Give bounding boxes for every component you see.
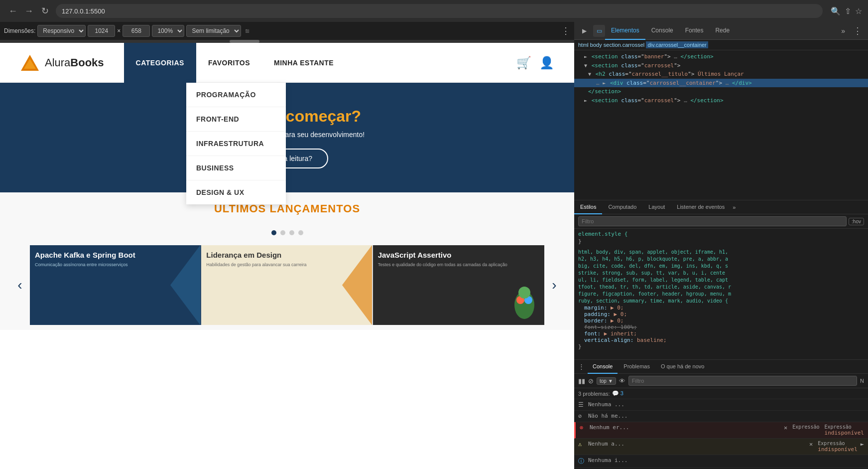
- bc-div-container[interactable]: div.carrossel__container: [646, 41, 708, 48]
- dropdown-item-frontend[interactable]: FRONT-END: [186, 107, 286, 132]
- bc-html[interactable]: html: [578, 42, 589, 48]
- bc-body[interactable]: body: [590, 42, 602, 48]
- console-text-1: Nenhuma ...: [588, 401, 864, 408]
- website-content: AluraBooks CATEGORIAS FAVORITOS MINHA ES…: [0, 43, 574, 469]
- console-tabs: ⋮ Console Problemas O que há de novo: [574, 360, 868, 374]
- top-selector[interactable]: top ▼: [597, 377, 616, 385]
- zoom-select[interactable]: 100%: [152, 25, 184, 37]
- carousel-prev[interactable]: ‹: [10, 275, 30, 295]
- responsive-toolbar: Dimensões: Responsivo × 100% Sem limitaç…: [0, 22, 574, 40]
- responsive-select[interactable]: Responsivo: [37, 25, 86, 37]
- tab-console[interactable]: Console: [645, 22, 679, 40]
- logo-icon: [20, 53, 40, 73]
- share-icon[interactable]: ⇧: [845, 6, 851, 16]
- site-nav: AluraBooks CATEGORIAS FAVORITOS MINHA ES…: [0, 43, 574, 83]
- carousel-dot-3[interactable]: [289, 230, 294, 235]
- book-card-1[interactable]: Apache Kafka e Spring Boot Comunicação a…: [30, 245, 201, 325]
- tab-elementos[interactable]: Elementos: [605, 22, 645, 40]
- dropdown-item-business[interactable]: BUSINESS: [186, 156, 286, 180]
- books-area: ‹ Apache Kafka e Spring Boot Comunicação…: [0, 240, 574, 330]
- forward-button[interactable]: →: [22, 4, 36, 18]
- styles-tab-layout[interactable]: Layout: [642, 200, 671, 214]
- height-input[interactable]: [123, 25, 150, 37]
- console-options-icon[interactable]: ⋮: [576, 363, 587, 370]
- console-row-1: ☰ Nenhuma ...: [574, 399, 868, 411]
- tab-fontes[interactable]: Fontes: [679, 22, 710, 40]
- nav-favoritos[interactable]: FAVORITOS: [196, 43, 262, 83]
- styles-filter-input[interactable]: [578, 216, 847, 226]
- style-rule-reset: html, body, div, span, applet, object, i…: [578, 249, 864, 350]
- address-bar[interactable]: [56, 4, 823, 18]
- device-toggle-icon[interactable]: ▭: [593, 25, 605, 37]
- logo-text: AluraBooks: [45, 56, 104, 69]
- styles-more-tabs[interactable]: »: [733, 204, 736, 210]
- carousel-next[interactable]: ›: [544, 275, 564, 295]
- styles-tab-estilos[interactable]: Estilos: [574, 200, 602, 214]
- reload-button[interactable]: ↻: [38, 4, 52, 18]
- hero-section: Já sande começar? Encontre em n precisa …: [0, 83, 574, 192]
- console-clear-icon[interactable]: ⊘: [588, 377, 594, 385]
- categories-dropdown: PROGRAMAÇÃO FRONT-END INFRAESTRUTURA BUS…: [186, 83, 286, 204]
- console-tab-problemas[interactable]: Problemas: [619, 360, 655, 374]
- console-rows: ☰ Nenhuma ... ⊘ Não há me... ⊗ Nenhum er…: [574, 399, 868, 469]
- nav-buttons: ← → ↻: [6, 4, 52, 18]
- html-line-2: ▼ <section class="carrossel">: [574, 61, 868, 70]
- book-title-3: JavaScript Assertivo: [378, 250, 514, 260]
- styles-tab-computado[interactable]: Computado: [602, 200, 642, 214]
- close-icon-4[interactable]: ✕: [809, 441, 813, 448]
- book-card-3[interactable]: JavaScript Assertivo Testes e qualidade …: [373, 245, 544, 325]
- console-tab-novidades[interactable]: O que há de novo: [656, 360, 709, 374]
- style-selector-reset: html, body, div, span, applet, object, i…: [578, 249, 864, 305]
- console-text-4: Nenhum a...: [588, 441, 806, 447]
- no-throttle-icon[interactable]: ◾: [243, 27, 251, 35]
- devtools-options-icon[interactable]: ⋮: [849, 25, 866, 36]
- carousel-dot-1[interactable]: [271, 230, 276, 235]
- console-row-4: ⚠ Nenhum a... ✕ Expressão indisponível ►: [574, 439, 868, 455]
- hov-button[interactable]: :hov: [849, 218, 864, 225]
- book-subtitle-1: Comunicação assíncrona entre microsservi…: [35, 262, 170, 267]
- book-card-2[interactable]: Liderança em Design Habilidades de gestã…: [201, 245, 372, 325]
- style-rule-element: element.style { }: [578, 231, 864, 245]
- books-container: Apache Kafka e Spring Boot Comunicação a…: [30, 245, 544, 325]
- cart-icon[interactable]: 🛒: [516, 56, 531, 70]
- console-text-2: Não há me...: [588, 413, 864, 419]
- style-prop-padding: padding: ▶ 0;: [578, 311, 864, 317]
- console-eye-icon[interactable]: 👁: [619, 377, 625, 385]
- problems-badge: 💬 3: [612, 390, 623, 397]
- styles-tab-listener[interactable]: Listener de eventos: [671, 200, 731, 214]
- more-options-icon[interactable]: ⋮: [561, 25, 570, 36]
- close-icon-3[interactable]: ✕: [784, 424, 787, 431]
- svg-marker-3: [342, 245, 372, 325]
- console-sidebar-icon[interactable]: ▮▮: [578, 377, 585, 385]
- dropdown-item-programacao[interactable]: PROGRAMAÇÃO: [186, 83, 286, 107]
- user-icon[interactable]: 👤: [539, 56, 554, 70]
- devtools-more-tabs[interactable]: »: [837, 27, 849, 35]
- dropdown-item-designux[interactable]: DESIGN & UX: [186, 180, 286, 204]
- devtools-main-tabs: ▶ ▭ Elementos Console Fontes Rede » ⋮: [574, 22, 868, 40]
- dropdown-item-infraestrutura[interactable]: INFRAESTRUTURA: [186, 132, 286, 156]
- console-row-3: ⊗ Nenhum er... ✕ Expressão Expressão ind…: [574, 422, 868, 439]
- nav-categorias[interactable]: CATEGORIAS: [124, 43, 196, 83]
- nav-minha-estante[interactable]: MINHA ESTANTE: [262, 43, 346, 83]
- expand-icon-4[interactable]: ►: [861, 441, 864, 448]
- width-input[interactable]: [88, 25, 115, 37]
- expression-label-3: Expressão: [792, 424, 819, 430]
- svg-marker-2: [170, 245, 200, 325]
- zoom-icon[interactable]: 🔍: [831, 6, 841, 16]
- back-button[interactable]: ←: [6, 4, 20, 18]
- style-prop-font: font: ▶ inherit;: [578, 330, 864, 337]
- inspect-toggle-icon[interactable]: ▶: [578, 25, 590, 37]
- carousel-dot-2[interactable]: [280, 230, 285, 235]
- bc-section-carrossel[interactable]: section.carrossel: [604, 42, 645, 48]
- devtools-panel: ▶ ▭ Elementos Console Fontes Rede » ⋮ ht…: [574, 22, 868, 469]
- throttle-select[interactable]: Sem limitação: [186, 25, 241, 37]
- console-tab-console[interactable]: Console: [588, 360, 618, 374]
- console-filter-input[interactable]: [628, 376, 857, 386]
- console-value-4: indisponível: [818, 446, 857, 453]
- bookmark-icon[interactable]: ☆: [855, 6, 862, 16]
- style-prop-verticalalign: vertical-align: baseline;: [578, 337, 864, 343]
- info-icon: ⓘ: [578, 457, 585, 466]
- tab-rede[interactable]: Rede: [709, 22, 736, 40]
- carousel-dot-4[interactable]: [298, 230, 303, 235]
- devtools-breadcrumb: html body section.carrossel div.carrosse…: [574, 40, 868, 50]
